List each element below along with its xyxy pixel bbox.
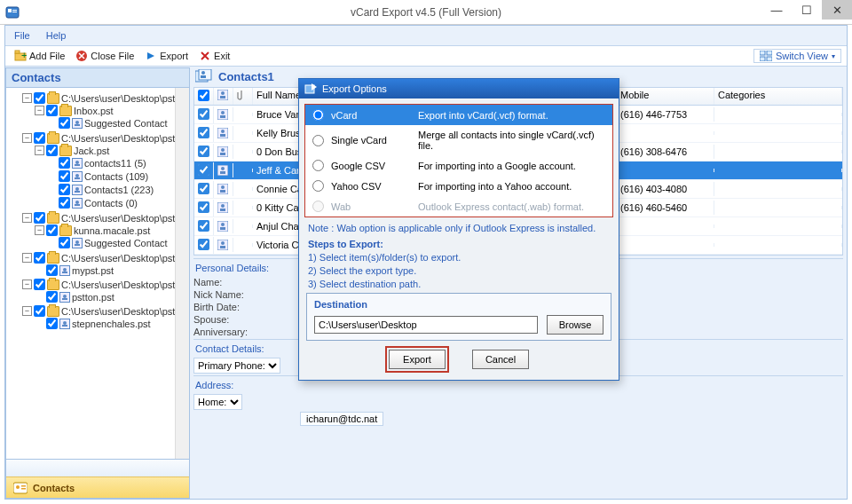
tree-checkbox[interactable] <box>59 170 70 182</box>
tree-node[interactable]: −C:\Users\user\Desktop\pst <box>22 279 187 290</box>
exit-button[interactable]: Exit <box>193 48 235 64</box>
tree-node[interactable]: pstton.pst <box>35 291 187 303</box>
export-option-single-vcard[interactable]: Single vCardMerge all contacts into sing… <box>305 125 612 155</box>
cell-mobile: (616) 308-6476 <box>617 145 714 159</box>
row-checkbox[interactable] <box>198 201 209 213</box>
chevron-down-icon: ▾ <box>832 52 835 60</box>
tree-node[interactable]: −C:\Users\user\Desktop\pst <box>22 132 187 144</box>
tree-node[interactable]: −kunna.macale.pst <box>35 224 187 236</box>
tree-node[interactable]: Contacts (0) <box>47 197 187 209</box>
tree-checkbox[interactable] <box>46 264 58 276</box>
collapse-icon[interactable]: − <box>22 213 32 223</box>
radio[interactable] <box>312 180 324 192</box>
tree-checkbox[interactable] <box>59 184 70 195</box>
collapse-icon[interactable]: − <box>22 133 32 143</box>
tree-checkbox[interactable] <box>34 305 45 317</box>
collapse-icon[interactable]: − <box>22 280 32 289</box>
tree-node[interactable]: −C:\Users\user\Desktop\pst <box>22 305 187 317</box>
tree-checkbox[interactable] <box>46 291 58 303</box>
tree-checkbox[interactable] <box>34 132 45 144</box>
primary-phone-select[interactable]: Primary Phone: <box>193 358 280 374</box>
radio[interactable] <box>312 135 324 146</box>
tree-node[interactable]: −C:\Users\user\Desktop\pst <box>22 212 187 224</box>
sidebar-contacts-label: Contacts <box>33 483 75 493</box>
export-submit-button[interactable]: Export <box>389 350 446 369</box>
collapse-icon[interactable]: − <box>35 225 44 235</box>
option-name: vCard <box>331 110 411 121</box>
tree-node[interactable]: −Inbox.pst <box>35 105 187 116</box>
destination-input[interactable] <box>314 316 538 334</box>
tree-checkbox[interactable] <box>59 237 70 248</box>
tree-node[interactable]: stepnenchales.pst <box>35 318 187 329</box>
export-option-vcard[interactable]: vCardExport into vCard(.vcf) format. <box>305 105 612 125</box>
collapse-icon[interactable]: − <box>22 93 32 103</box>
tree-node[interactable]: contacts11 (5) <box>47 157 187 169</box>
cancel-button[interactable]: Cancel <box>472 350 529 369</box>
add-file-button[interactable]: +Add File <box>9 48 70 64</box>
tree-checkbox[interactable] <box>46 224 58 236</box>
folder-icon <box>47 306 59 317</box>
col-mobile[interactable]: Mobile <box>617 88 714 105</box>
radio[interactable] <box>312 109 324 121</box>
dialog-title: Export Options <box>299 79 619 98</box>
row-checkbox[interactable] <box>198 127 209 138</box>
row-checkbox[interactable] <box>198 220 209 232</box>
tree-checkbox[interactable] <box>46 318 58 329</box>
tree-checkbox[interactable] <box>59 117 70 129</box>
tree-checkbox[interactable] <box>46 145 58 156</box>
collapse-icon[interactable]: − <box>22 306 32 316</box>
tree-checkbox[interactable] <box>34 279 45 290</box>
minimize-button[interactable]: — <box>761 0 792 20</box>
row-checkbox[interactable] <box>198 108 209 120</box>
tree-checkbox[interactable] <box>34 212 45 224</box>
svg-point-52 <box>221 167 225 170</box>
play-icon <box>145 50 157 62</box>
collapse-icon[interactable]: − <box>35 106 44 115</box>
tree-node[interactable]: Suggested Contact <box>47 237 187 248</box>
row-checkbox[interactable] <box>198 164 209 176</box>
tree-checkbox[interactable] <box>59 197 70 209</box>
tree-checkbox[interactable] <box>59 157 70 169</box>
menu-help[interactable]: Help <box>46 30 67 41</box>
collapse-icon[interactable]: − <box>35 146 44 155</box>
export-button[interactable]: Export <box>139 48 193 64</box>
col-checkbox[interactable] <box>194 88 214 105</box>
tree-label: Jack.pst <box>74 146 109 156</box>
tree-node[interactable]: −Jack.pst <box>35 145 187 156</box>
row-checkbox[interactable] <box>198 239 209 250</box>
scrollbar[interactable] <box>175 88 189 459</box>
export-option-google-csv[interactable]: Google CSVFor importing into a Google ac… <box>305 155 612 176</box>
tree-node[interactable]: Contacts1 (223) <box>47 184 187 195</box>
folder-tree[interactable]: −C:\Users\user\Desktop\pst−Inbox.pstSugg… <box>5 88 190 460</box>
menu-file[interactable]: File <box>14 30 30 41</box>
browse-button[interactable]: Browse <box>547 315 604 335</box>
tree-checkbox[interactable] <box>34 92 45 104</box>
collapse-icon[interactable]: − <box>22 253 32 263</box>
attachment-cell <box>233 131 253 135</box>
row-checkbox[interactable] <box>198 146 209 157</box>
attachment-cell <box>233 113 253 116</box>
tree-node[interactable]: −C:\Users\user\Desktop\pst <box>22 92 187 104</box>
sidebar-item-contacts[interactable]: Contacts <box>6 476 189 498</box>
option-name: Yahoo CSV <box>331 181 411 192</box>
tree-label: Inbox.pst <box>74 106 114 116</box>
svg-rect-20 <box>75 191 80 193</box>
tree-node[interactable]: −C:\Users\user\Desktop\pst <box>22 252 187 264</box>
tree-checkbox[interactable] <box>46 105 58 116</box>
address-type-select[interactable]: Home: <box>193 394 242 410</box>
close-file-button[interactable]: Close File <box>70 48 139 64</box>
switch-view-button[interactable]: Switch View▾ <box>753 49 841 63</box>
svg-point-46 <box>221 130 225 133</box>
tree-node[interactable]: Suggested Contact <box>47 117 187 129</box>
tree-node[interactable]: Contacts (109) <box>47 170 187 182</box>
export-option-yahoo-csv[interactable]: Yahoo CSVFor importing into a Yahoo acco… <box>305 176 612 196</box>
row-checkbox[interactable] <box>198 183 209 194</box>
maximize-button[interactable]: ☐ <box>792 0 822 20</box>
step-3: 3) Select destination path. <box>308 279 610 289</box>
radio[interactable] <box>312 160 324 171</box>
tree-checkbox[interactable] <box>34 252 45 264</box>
tree-node[interactable]: mypst.pst <box>35 264 187 276</box>
col-categories[interactable]: Categories <box>714 88 842 105</box>
tab-contacts1[interactable]: Contacts1 <box>218 70 274 83</box>
close-button[interactable]: ✕ <box>822 0 852 20</box>
